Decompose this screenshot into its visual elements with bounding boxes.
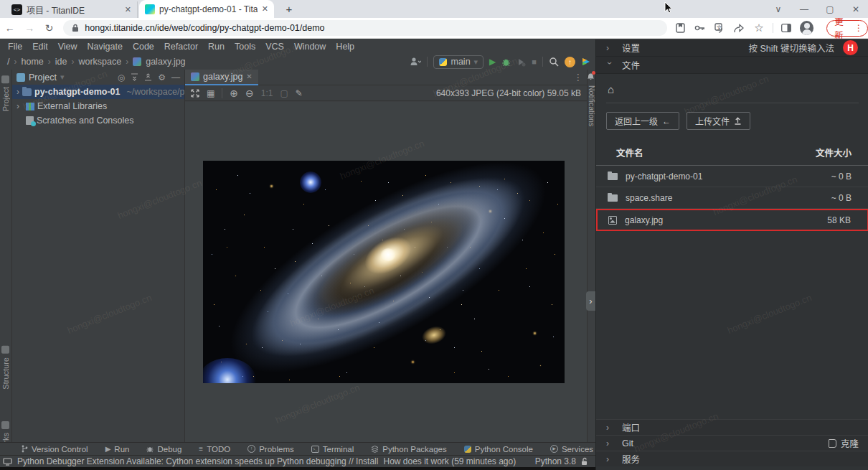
run-button[interactable]: ▶	[489, 57, 496, 67]
menu-run[interactable]: Run	[203, 42, 230, 52]
user-avatar[interactable]: H	[843, 40, 858, 55]
tree-chevron-icon[interactable]: ›	[16, 101, 23, 111]
file-row-spaceshare[interactable]: space.share ~ 0 B	[596, 187, 868, 209]
python-interpreter[interactable]: Python 3.8	[535, 456, 576, 466]
run-with-coverage-button[interactable]	[516, 57, 526, 67]
toolwindow-python-console[interactable]: Python Console	[464, 445, 533, 453]
bookmark-star-icon[interactable]: ☆	[753, 22, 765, 34]
file-row-pychatgpt[interactable]: py-chatgpt-demo-01 ~ 0 B	[596, 166, 868, 187]
toolwindow-terminal[interactable]: >_ Terminal	[311, 445, 354, 453]
toolwindow-run[interactable]: ▶ Run	[105, 445, 130, 453]
menu-vcs[interactable]: VCS	[260, 42, 289, 52]
panel-expander-button[interactable]: ›	[586, 291, 595, 311]
menu-window[interactable]: Window	[289, 42, 331, 52]
stop-button[interactable]: ■	[532, 57, 537, 66]
profile-avatar[interactable]	[800, 21, 813, 35]
search-everywhere-icon[interactable]	[549, 57, 559, 67]
toolstrip-project-button[interactable]: Project	[1, 75, 10, 111]
password-key-icon[interactable]	[694, 22, 706, 34]
zoom-in-icon[interactable]: ⊕	[230, 88, 238, 99]
menu-file[interactable]: File	[3, 42, 27, 52]
unlock-icon[interactable]	[581, 457, 588, 466]
actual-size-button[interactable]: 1:1	[261, 88, 273, 98]
services-section-header[interactable]: › 服务	[596, 451, 868, 466]
user-icon[interactable]	[410, 57, 421, 67]
collapse-all-icon[interactable]	[144, 73, 152, 81]
status-message[interactable]: Python Debugger Extension Available: Cyt…	[17, 456, 378, 466]
notifications-bell[interactable]	[587, 72, 595, 83]
grid-toggle-icon[interactable]: ▦	[207, 88, 214, 98]
bookmark-card-icon[interactable]	[674, 22, 687, 34]
editor-tab-galaxy[interactable]: galaxy.jpg ✕	[185, 70, 258, 85]
python-logo-icon	[464, 446, 471, 453]
breadcrumb-home[interactable]: home	[19, 57, 44, 67]
color-picker-icon[interactable]: ✎	[296, 88, 303, 98]
tab-options-icon[interactable]: ⋮	[574, 72, 583, 83]
translate-icon[interactable]: 文	[713, 22, 725, 34]
back-parent-button[interactable]: 返回上一级 ←	[606, 112, 679, 130]
home-icon[interactable]: ⌂	[596, 75, 868, 95]
breadcrumb-file[interactable]: galaxy.jpg	[144, 57, 187, 67]
breadcrumb-root[interactable]: /	[6, 57, 11, 67]
project-panel-title[interactable]: Project	[29, 72, 57, 83]
side-panel-icon[interactable]	[780, 22, 793, 34]
git-clone-button[interactable]: 克隆	[829, 436, 859, 450]
tab-search-icon[interactable]: ∨	[766, 0, 791, 18]
menu-code[interactable]: Code	[128, 42, 159, 52]
settings-section-header[interactable]: › 设置 按 Shift 键切换输入法 H	[596, 39, 868, 57]
image-viewer[interactable]	[185, 102, 587, 470]
chevron-down-icon[interactable]: ▾	[60, 72, 65, 82]
toolwindow-version-control[interactable]: Version Control	[22, 445, 88, 453]
expand-all-icon[interactable]	[131, 73, 138, 81]
menu-refactor[interactable]: Refactor	[159, 42, 203, 52]
forward-button[interactable]: →	[19, 22, 39, 34]
menu-tools[interactable]: Tools	[230, 42, 260, 52]
debug-button[interactable]	[501, 57, 511, 67]
file-row-galaxy-highlighted[interactable]: galaxy.jpg 58 KB	[596, 209, 868, 231]
browser-tab-project[interactable]: py-chatgpt-demo-01 - TitanID ✕	[139, 0, 274, 18]
chrome-update-button[interactable]: 更新 ⋮	[826, 20, 868, 37]
tree-row-external-libraries[interactable]: › External Libraries	[12, 99, 184, 113]
toolstrip-structure-button[interactable]: Structure	[1, 346, 10, 390]
menu-view[interactable]: View	[53, 42, 82, 52]
toolwindow-python-packages[interactable]: Python Packages	[371, 445, 447, 453]
run-config-selector[interactable]: main ▾	[433, 55, 483, 69]
breadcrumb-ide[interactable]: ide	[54, 57, 69, 67]
browser-menu-icon[interactable]: ⋮	[854, 23, 863, 33]
toolwindow-services[interactable]: ▶ Services	[550, 445, 593, 453]
toolwindow-debug[interactable]: Debug	[146, 445, 181, 453]
address-bar[interactable]: hongxi.titanide.cn/ide/web/coding/py-cha…	[63, 20, 666, 36]
back-button[interactable]: ←	[0, 22, 19, 34]
browser-tab-titanide[interactable]: <> 项目 - TitanIDE ✕	[6, 1, 138, 18]
files-section-header[interactable]: › 文件	[596, 57, 868, 74]
ports-section-header[interactable]: › 端口	[596, 419, 868, 435]
fit-zoom-icon[interactable]	[191, 89, 199, 98]
zoom-out-icon[interactable]: ⊖	[245, 88, 254, 99]
tree-row-scratches[interactable]: Scratches and Consoles	[12, 113, 184, 128]
share-icon[interactable]	[733, 22, 745, 34]
titan-colorful-logo-icon[interactable]	[581, 57, 591, 67]
menu-navigate[interactable]: Navigate	[82, 42, 128, 52]
close-tab-icon[interactable]: ✕	[246, 72, 252, 80]
new-tab-button[interactable]: +	[281, 2, 297, 17]
selection-tool-icon[interactable]: ▢	[280, 88, 288, 98]
git-section-header[interactable]: › Git 克隆	[596, 435, 868, 451]
toolwindow-problems[interactable]: ! Problems	[247, 445, 294, 453]
close-tab-icon[interactable]: ✕	[262, 4, 268, 14]
settings-gear-icon[interactable]: ⚙	[158, 72, 166, 83]
minimize-button[interactable]: —	[792, 0, 816, 18]
hide-panel-icon[interactable]: —	[171, 72, 180, 83]
menu-help[interactable]: Help	[331, 42, 359, 52]
locate-file-icon[interactable]: ◎	[118, 72, 125, 83]
tree-row-project-root[interactable]: › py-chatgpt-demo-01 ~/workspace/py-cl	[12, 85, 184, 99]
close-tab-icon[interactable]: ✕	[125, 5, 131, 14]
toolwindow-todo[interactable]: ≡ TODO	[199, 445, 230, 453]
refresh-button[interactable]: ↻	[39, 22, 59, 34]
run-icon: ▶	[105, 445, 111, 453]
menu-edit[interactable]: Edit	[27, 42, 53, 52]
breadcrumb-workspace[interactable]: workspace	[77, 57, 123, 67]
upload-file-button[interactable]: 上传文件	[687, 112, 750, 130]
status-followup-link[interactable]: How does it work (59 minutes ago)	[383, 456, 516, 466]
ide-update-icon[interactable]: ↑	[565, 57, 575, 67]
tree-chevron-icon[interactable]: ›	[16, 87, 19, 97]
